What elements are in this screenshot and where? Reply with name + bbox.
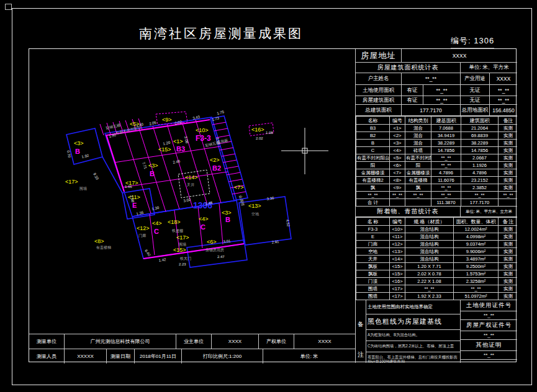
surveyor-label: 测量人员 (29, 349, 65, 363)
table-cell: 空地 (356, 248, 390, 256)
dim: 1.20 (163, 141, 171, 146)
certificates-column: 土地使用证件号 **_** 房屋产权证件号 **_** 其他证明 **_** (461, 300, 517, 363)
table-cell: 实测 (499, 132, 518, 140)
floor-plan-canvas[interactable]: <5><9><10><1><15><3><2><14><16><17><11><… (29, 49, 355, 334)
table-cell: <4> (390, 147, 405, 154)
building-outline-right-annex (239, 197, 291, 245)
table-cell: 飘 (405, 184, 431, 192)
table-cell: <14> (390, 256, 405, 263)
table-cell: **_** (431, 184, 461, 192)
footer-row: 测量单位 广州元测信息科技有限公司 业主单位 XXXX 产权单位 XXXX (29, 334, 355, 349)
col-name: 名称 (356, 117, 390, 125)
dim: 9.33 (93, 172, 99, 181)
cert-label: 有证 (402, 96, 423, 104)
table-cell: 实测 (499, 233, 518, 241)
room-label-b: B (225, 216, 230, 223)
cad-viewport: 南湾社区房屋测量成果图 编号: 1306 (0, 0, 537, 392)
note-line: A为框架结构、B为混合结构。 (366, 330, 460, 341)
attach-table-title-row: 附着物、青苗统计表 单位: 米、平方米、立方米 (356, 207, 517, 217)
tag-16: <16> (251, 127, 264, 133)
owner-label: 户主姓名 (356, 73, 402, 84)
table-cell: <10> (390, 226, 405, 233)
tag-1: <1> (173, 138, 183, 145)
table-row: 飘板<15>2.02 X 0.781.5753m²实测 (356, 270, 518, 278)
table-cell: 混合结构 (405, 233, 454, 241)
land-area-row: 土地使用面积 有证 **_** 无证 **_** (356, 85, 517, 96)
room-label-b: B (150, 170, 155, 177)
table-cell: 实测 (499, 177, 518, 184)
land-cert-no-value: **_** (461, 311, 517, 320)
table-cell: 111.3870 (431, 199, 461, 207)
survey-date-label: 测量日期 (107, 349, 135, 363)
tag-17: <17> (65, 179, 78, 185)
table-cell: 实测 (499, 184, 518, 192)
table-cell: 金属棚楼顶 (356, 169, 390, 177)
property-unit-label: 产权单位 (259, 334, 294, 349)
dim: 1.98 (130, 195, 135, 203)
tiny-label: 铁大门 (179, 256, 191, 261)
notes-label-top: 备 (358, 320, 364, 329)
crosshair-cursor[interactable] (281, 128, 328, 174)
tag-13: <13> (248, 203, 261, 209)
table-cell: 实测 (499, 241, 518, 248)
col-spec: 规 格（材质） (405, 218, 454, 226)
col-remark: 备注 (499, 117, 518, 125)
table-cell: 34.9419 (431, 132, 461, 140)
table-cell: **_** (390, 192, 405, 199)
dim: 3.02 (183, 198, 191, 203)
tiny-label: 天井 (187, 183, 195, 187)
table-cell: <1> (390, 125, 405, 132)
table-cell: 实测 (499, 256, 518, 263)
table-cell: 实测 (499, 270, 518, 278)
table-cell: **_** (461, 192, 499, 199)
table-cell: <3> (390, 140, 405, 147)
table-row: C<4>砖墙14.785614.7856实测 (356, 147, 518, 154)
table-cell: **_** (499, 192, 518, 199)
tag-18: <18> (168, 219, 181, 225)
tag-3: <3> (222, 210, 232, 216)
house-cert-no-label: 房屋产权证件号 (461, 320, 517, 331)
house-cert-value: **_** (423, 96, 461, 104)
attachments-table: 名 称 编号 规 格（材质） 面积、数量、体积 备 注 F3-3<10>混合结构… (356, 217, 517, 300)
room-label-b3: B3 (176, 145, 185, 153)
table-cell: 14.7856 (461, 147, 499, 154)
doc-number-label: 编号: (451, 36, 471, 45)
unit-note: 单位: 米 (263, 349, 355, 363)
table-cell: 混合 (405, 125, 431, 132)
table-cell: 实测 (499, 162, 518, 169)
tag-15: <15> (158, 146, 171, 153)
nocert-label: 无证 (461, 96, 490, 104)
table-cell: 1.92 X 2.33 (405, 293, 454, 300)
table-cell: 7.0688 (431, 125, 461, 132)
table-cell: <6> (390, 162, 405, 169)
dim: 2.02 (256, 136, 263, 140)
table-row: 阳<6>阳**_**1.1926实测 (356, 162, 518, 169)
col-no: 编号 (390, 117, 405, 125)
col-quantity: 面积、数量、体积 (454, 218, 499, 226)
table-cell: <5> (390, 154, 405, 162)
table-cell: 混合结构 (405, 248, 454, 256)
owner-row: 户主姓名 **_** 产业用途 XXXX (356, 73, 517, 85)
building-stats-table: 名称 编号 结构类别 建基面积 建筑面积 备注 B3<1>混合7.068821.… (356, 116, 517, 207)
dim: 1.08 (266, 131, 273, 135)
tag-3: <3> (148, 163, 158, 169)
table-cell: <17> (390, 293, 405, 300)
table-cell: 1.5753m² (454, 270, 499, 278)
table-cell: <16> (390, 278, 405, 285)
table-cell: 合 计 (356, 199, 390, 207)
table-cell: 38.2289 (461, 140, 499, 147)
table-cell: 混合结构 (405, 241, 454, 248)
owner-unit-value: XXXX (212, 334, 259, 349)
table-cell: 阳 (405, 162, 431, 169)
room-label-e: E (132, 202, 137, 209)
table-cell: **_** (405, 192, 431, 199)
property-unit-value: XXXX (294, 334, 355, 349)
table-cell: 4.0998m² (454, 233, 499, 241)
table-cell: 有盖楼梯 (405, 177, 431, 184)
table-cell: 混合 (405, 140, 431, 147)
tag-10: <10> (196, 127, 209, 133)
tiny-label: 有盖楼梯 (96, 245, 111, 249)
attach-table-unit: 单位: 米、平方米、立方米 (461, 207, 517, 216)
other-cert-value: **_** (461, 351, 517, 360)
page-title: 南湾社区房屋测量成果图 (139, 25, 303, 42)
